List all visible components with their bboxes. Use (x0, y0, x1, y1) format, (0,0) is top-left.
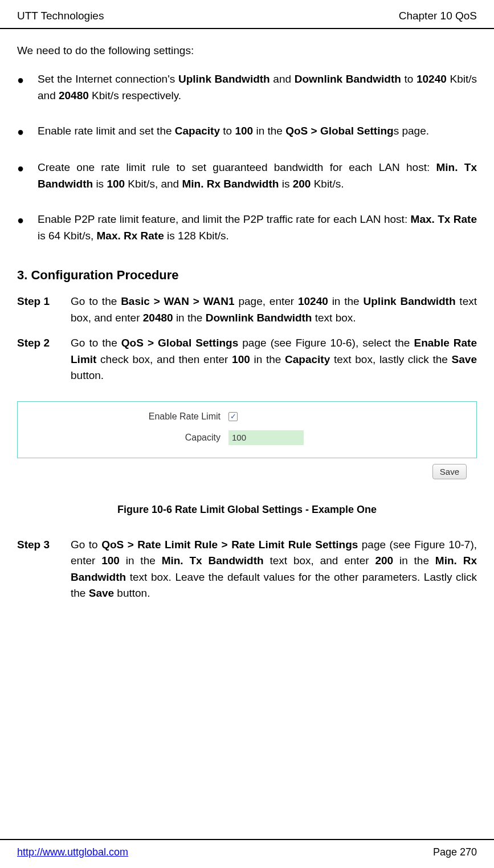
page-footer: http://www.uttglobal.com Page 270 (0, 839, 494, 868)
section-title: 3. Configuration Procedure (17, 266, 477, 284)
footer-url-link[interactable]: http://www.uttglobal.com (17, 845, 128, 860)
checkmark-icon: ✓ (230, 411, 236, 422)
qos-global-settings-form: Enable Rate Limit ✓ Capacity (17, 401, 477, 458)
list-item-text: Create one rate limit rule to set guaran… (38, 160, 477, 192)
page-header: UTT Technologies Chapter 10 QoS (0, 0, 494, 29)
bullet-icon: ● (17, 211, 38, 244)
step-body: Go to the Basic > WAN > WAN1 page, enter… (71, 294, 477, 326)
header-chapter: Chapter 10 QoS (399, 8, 477, 25)
list-item: ● Set the Internet connection's Uplink B… (17, 71, 477, 123)
capacity-row: Capacity (124, 430, 304, 445)
save-button[interactable]: Save (432, 464, 467, 479)
capacity-input[interactable] (228, 430, 304, 445)
footer-page-number: Page 270 (433, 845, 477, 860)
bullet-icon: ● (17, 71, 38, 104)
intro-text: We need to do the following settings: (17, 43, 477, 59)
list-item: ● Enable rate limit and set the Capacity… (17, 123, 477, 160)
page-content: We need to do the following settings: ● … (0, 29, 494, 602)
settings-bullet-list: ● Set the Internet connection's Uplink B… (17, 71, 477, 263)
step-1: Step 1 Go to the Basic > WAN > WAN1 page… (17, 294, 477, 326)
list-item: ● Enable P2P rate limit feature, and lim… (17, 211, 477, 263)
step-label: Step 3 (17, 537, 71, 602)
step-2: Step 2 Go to the QoS > Global Settings p… (17, 335, 477, 384)
figure-caption: Figure 10-6 Rate Limit Global Settings -… (17, 502, 477, 517)
bullet-icon: ● (17, 160, 38, 192)
header-company: UTT Technologies (17, 8, 104, 25)
list-item-text: Set the Internet connection's Uplink Ban… (38, 71, 477, 104)
step-label: Step 1 (17, 294, 71, 326)
enable-rate-limit-label: Enable Rate Limit (124, 410, 228, 423)
bullet-icon: ● (17, 123, 38, 140)
step-3: Step 3 Go to QoS > Rate Limit Rule > Rat… (17, 537, 477, 602)
enable-rate-limit-row: Enable Rate Limit ✓ (124, 410, 238, 423)
list-item-text: Enable rate limit and set the Capacity t… (38, 123, 477, 140)
step-body: Go to QoS > Rate Limit Rule > Rate Limit… (71, 537, 477, 602)
step-body: Go to the QoS > Global Settings page (se… (71, 335, 477, 384)
capacity-label: Capacity (124, 431, 228, 445)
list-item: ● Create one rate limit rule to set guar… (17, 160, 477, 211)
save-button-row: Save (17, 458, 477, 479)
step-label: Step 2 (17, 335, 71, 384)
enable-rate-limit-checkbox[interactable]: ✓ (228, 412, 238, 421)
list-item-text: Enable P2P rate limit feature, and limit… (38, 211, 477, 244)
figure-10-6: Enable Rate Limit ✓ Capacity Save (17, 401, 477, 479)
